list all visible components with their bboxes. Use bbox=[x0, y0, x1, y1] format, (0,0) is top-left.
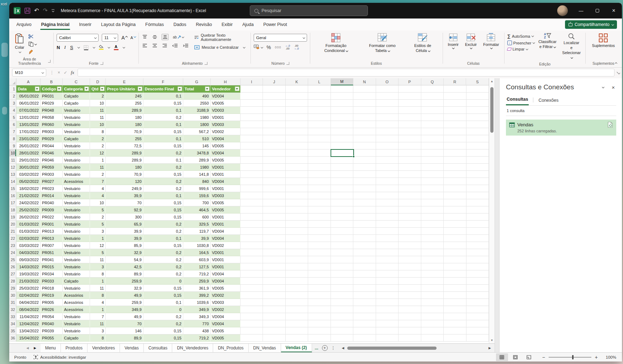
cell[interactable] bbox=[466, 157, 489, 164]
sheet-tab-menu[interactable]: Menu bbox=[41, 344, 61, 352]
cell[interactable] bbox=[353, 249, 376, 256]
cell[interactable] bbox=[263, 93, 285, 100]
cell[interactable] bbox=[353, 213, 376, 221]
cell[interactable]: 259,9 bbox=[183, 278, 211, 285]
cell[interactable] bbox=[331, 334, 353, 342]
column-header-I[interactable]: I bbox=[241, 78, 263, 85]
cell[interactable]: VD001 bbox=[211, 114, 241, 121]
column-header-E[interactable]: E bbox=[106, 78, 143, 85]
cell[interactable] bbox=[263, 285, 285, 292]
cell[interactable]: PR060 bbox=[41, 121, 63, 128]
column-header-P[interactable]: P bbox=[398, 78, 421, 85]
column-header-N[interactable]: N bbox=[353, 78, 376, 85]
cell[interactable] bbox=[263, 192, 285, 199]
cell[interactable]: 03/02/2022 bbox=[16, 171, 41, 178]
cell[interactable] bbox=[466, 149, 489, 157]
align-left-button[interactable] bbox=[142, 43, 148, 49]
cell[interactable]: 09/03/2022 bbox=[16, 256, 41, 263]
cell[interactable]: 07/01/2022 bbox=[16, 107, 41, 114]
cell[interactable] bbox=[353, 85, 376, 93]
cell[interactable]: PR001 bbox=[41, 221, 63, 228]
cell[interactable] bbox=[286, 270, 308, 278]
cell[interactable]: 4 bbox=[90, 299, 106, 306]
cell[interactable] bbox=[286, 278, 308, 285]
column-header-K[interactable]: K bbox=[286, 78, 308, 85]
conditional-formatting-button[interactable]: Formatação Condicional bbox=[313, 32, 359, 54]
cell[interactable] bbox=[398, 206, 421, 213]
cell[interactable]: VD005 bbox=[211, 285, 241, 292]
cell[interactable] bbox=[286, 206, 308, 213]
column-header-B[interactable]: B bbox=[41, 78, 63, 85]
cell[interactable]: Vestuário bbox=[63, 235, 90, 242]
cell[interactable]: 146 bbox=[106, 327, 143, 334]
table-header-cell[interactable]: Qtd bbox=[90, 85, 106, 93]
cell[interactable] bbox=[263, 299, 285, 306]
cell[interactable] bbox=[376, 206, 398, 213]
cell[interactable] bbox=[466, 178, 489, 185]
cell[interactable]: PR023 bbox=[41, 185, 63, 192]
cell[interactable] bbox=[398, 299, 421, 306]
tab-options-icon[interactable]: ⋮ bbox=[331, 345, 336, 350]
filter-button[interactable] bbox=[57, 86, 62, 91]
table-header-cell[interactable]: Código bbox=[41, 85, 63, 93]
cell[interactable]: 0 bbox=[143, 278, 183, 285]
cell[interactable] bbox=[263, 228, 285, 235]
cell[interactable]: 12 bbox=[90, 149, 106, 157]
cell[interactable] bbox=[421, 278, 444, 285]
row-number[interactable]: 23 bbox=[9, 242, 16, 249]
cell[interactable]: 464,5 bbox=[183, 206, 211, 213]
cell[interactable]: VD001 bbox=[211, 249, 241, 256]
cell[interactable] bbox=[308, 107, 331, 114]
ribbon-tab-ajuda[interactable]: Ajuda bbox=[242, 19, 254, 31]
cell[interactable] bbox=[241, 334, 263, 342]
align-right-button[interactable] bbox=[162, 43, 168, 49]
table-header-cell[interactable]: Vendedor bbox=[211, 85, 241, 93]
cell[interactable] bbox=[241, 114, 263, 121]
cell[interactable] bbox=[376, 249, 398, 256]
cell[interactable]: PR055 bbox=[41, 334, 63, 342]
cell[interactable] bbox=[241, 164, 263, 171]
table-header-cell[interactable]: Preço Unitário bbox=[106, 85, 143, 93]
cell[interactable] bbox=[466, 213, 489, 221]
cell[interactable]: 49,9 bbox=[106, 292, 143, 299]
cancel-icon[interactable]: × bbox=[58, 70, 60, 75]
cell[interactable] bbox=[286, 320, 308, 327]
decrease-indent-button[interactable] bbox=[171, 43, 179, 49]
cell[interactable] bbox=[241, 142, 263, 149]
cell[interactable] bbox=[286, 199, 308, 206]
cell[interactable] bbox=[444, 221, 466, 228]
sheet-nav-right-icon[interactable]: ▶ bbox=[34, 346, 36, 350]
cell[interactable]: VD005 bbox=[211, 100, 241, 107]
cell[interactable] bbox=[286, 164, 308, 171]
cell[interactable] bbox=[421, 249, 444, 256]
panel-tab-consultas[interactable]: Consultas bbox=[506, 97, 529, 105]
cell[interactable] bbox=[331, 85, 353, 93]
cell[interactable] bbox=[421, 206, 444, 213]
cell[interactable] bbox=[466, 256, 489, 263]
cell[interactable] bbox=[241, 285, 263, 292]
cell[interactable] bbox=[398, 278, 421, 285]
row-number[interactable]: 13 bbox=[9, 171, 16, 178]
cell[interactable]: 8 bbox=[90, 334, 106, 342]
cell[interactable] bbox=[376, 192, 398, 199]
cell[interactable]: 180 bbox=[106, 121, 143, 128]
cell[interactable] bbox=[263, 121, 285, 128]
column-header-D[interactable]: D bbox=[90, 78, 106, 85]
cell[interactable]: Acessórios bbox=[63, 299, 90, 306]
cell[interactable]: 510 bbox=[183, 135, 211, 142]
cell[interactable] bbox=[444, 199, 466, 206]
cell[interactable]: 255 bbox=[106, 100, 143, 107]
row-number[interactable]: 2 bbox=[9, 93, 16, 100]
row-number[interactable]: 21 bbox=[9, 228, 16, 235]
decrease-decimal-button[interactable]: ,00→,0 bbox=[294, 44, 299, 51]
cell[interactable] bbox=[263, 221, 285, 228]
cell[interactable] bbox=[466, 171, 489, 178]
cell[interactable] bbox=[444, 192, 466, 199]
cell[interactable] bbox=[331, 320, 353, 327]
cell[interactable]: 0,15 bbox=[143, 128, 183, 135]
cell[interactable] bbox=[308, 93, 331, 100]
cell[interactable]: Vestuário bbox=[63, 270, 90, 278]
cell[interactable] bbox=[444, 235, 466, 242]
cell[interactable] bbox=[398, 256, 421, 263]
cell[interactable] bbox=[331, 128, 353, 135]
